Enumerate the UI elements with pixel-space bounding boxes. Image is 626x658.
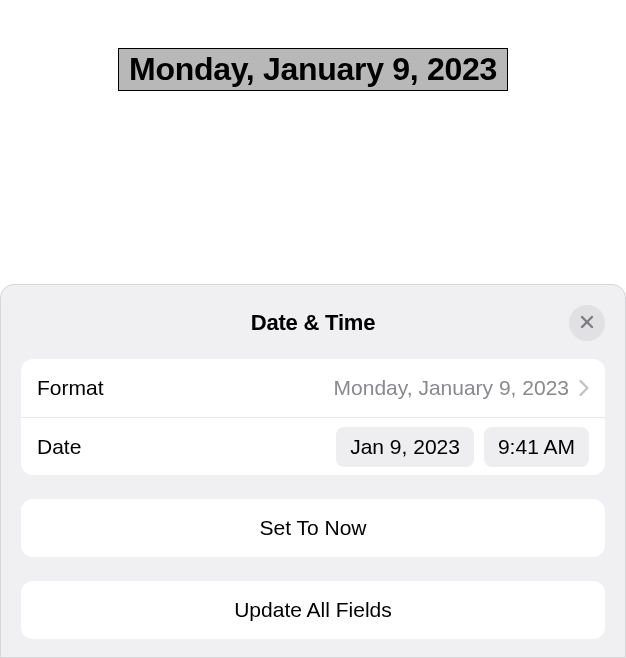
set-to-now-button[interactable]: Set To Now [21, 499, 605, 557]
date-picker[interactable]: Jan 9, 2023 [336, 427, 474, 467]
format-right: Monday, January 9, 2023 [334, 376, 589, 400]
format-value: Monday, January 9, 2023 [334, 376, 569, 400]
close-icon [580, 315, 594, 332]
settings-group: Format Monday, January 9, 2023 Date Jan … [21, 359, 605, 475]
close-button[interactable] [569, 305, 605, 341]
chevron-right-icon [579, 380, 589, 396]
date-display-field[interactable]: Monday, January 9, 2023 [118, 48, 508, 91]
date-display-text: Monday, January 9, 2023 [129, 51, 497, 87]
panel-header: Date & Time [21, 303, 605, 343]
date-time-pickers: Jan 9, 2023 9:41 AM [336, 427, 589, 467]
update-all-fields-button[interactable]: Update All Fields [21, 581, 605, 639]
format-label: Format [37, 376, 104, 400]
time-picker[interactable]: 9:41 AM [484, 427, 589, 467]
panel-title: Date & Time [251, 310, 376, 336]
date-label: Date [37, 435, 81, 459]
format-row[interactable]: Format Monday, January 9, 2023 [21, 359, 605, 417]
date-row: Date Jan 9, 2023 9:41 AM [21, 417, 605, 475]
date-time-panel: Date & Time Format Monday, January 9, 20… [0, 284, 626, 658]
